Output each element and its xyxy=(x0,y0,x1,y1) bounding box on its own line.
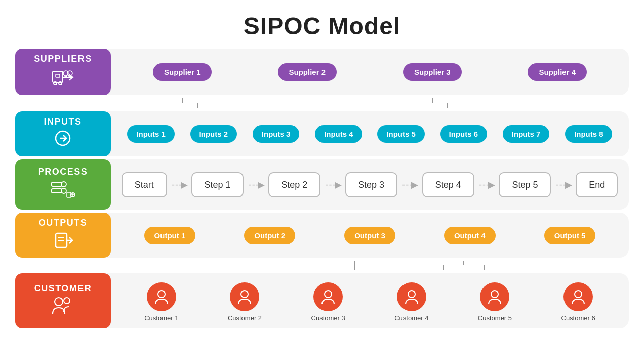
customer-avatar-5 xyxy=(480,282,509,311)
customer-title: CUSTOMER xyxy=(34,283,92,294)
customer-avatar-1 xyxy=(147,282,176,311)
suppliers-title: SUPPLIERS xyxy=(34,54,92,64)
customer-item-5: Customer 5 xyxy=(478,282,512,322)
process-icon xyxy=(50,179,76,202)
supplier-2: Supplier 2 xyxy=(278,63,337,81)
customer-avatar-3 xyxy=(313,282,343,311)
inputs-label: INPUTS xyxy=(15,111,111,156)
process-step1: Step 1 xyxy=(191,172,244,197)
svg-rect-1 xyxy=(56,74,60,77)
suppliers-content: Supplier 1 Supplier 2 Supplier 3 Supplie… xyxy=(111,58,629,86)
supplier-input-connector xyxy=(111,98,629,108)
customer-avatar-2 xyxy=(230,282,259,311)
svg-point-22 xyxy=(325,291,332,298)
suppliers-label: SUPPLIERS xyxy=(15,49,111,95)
svg-point-23 xyxy=(408,291,415,298)
customer-name-2: Customer 2 xyxy=(228,314,262,322)
suppliers-icon xyxy=(51,66,75,90)
process-step3: Step 3 xyxy=(345,172,397,197)
process-row: PROCESS Start - - -▶ Step 1 - - -▶ xyxy=(15,159,629,210)
svg-point-20 xyxy=(158,291,165,298)
svg-point-24 xyxy=(491,291,498,298)
input-2: Inputs 2 xyxy=(190,125,237,143)
process-step2: Step 2 xyxy=(268,172,320,197)
customer-item-2: Customer 2 xyxy=(228,282,262,322)
input-7: Inputs 7 xyxy=(503,125,550,143)
svg-point-25 xyxy=(575,291,582,298)
output-3: Output 3 xyxy=(344,227,395,244)
svg-point-18 xyxy=(55,298,63,306)
input-3: Inputs 3 xyxy=(253,125,300,143)
customer-item-1: Customer 1 xyxy=(144,282,178,322)
process-step4: Step 4 xyxy=(422,172,474,197)
outputs-title: OUTPUTS xyxy=(39,218,88,228)
output-1: Output 1 xyxy=(144,227,196,244)
customer-name-6: Customer 6 xyxy=(561,314,595,322)
customer-item-3: Customer 3 xyxy=(311,282,345,322)
svg-rect-8 xyxy=(52,189,62,193)
customer-name-4: Customer 4 xyxy=(394,314,428,322)
svg-rect-0 xyxy=(53,71,63,82)
customer-item-6: Customer 6 xyxy=(561,282,595,322)
input-6: Inputs 6 xyxy=(440,125,488,143)
arrow-3: - - -▶ xyxy=(326,179,341,190)
outputs-label: OUTPUTS xyxy=(15,213,111,258)
arrow-2: - - -▶ xyxy=(249,179,264,190)
input-4: Inputs 4 xyxy=(315,125,362,143)
svg-point-2 xyxy=(54,82,57,85)
process-label: PROCESS xyxy=(15,159,111,210)
output-5: Output 5 xyxy=(544,227,596,244)
svg-point-3 xyxy=(59,82,62,85)
svg-rect-7 xyxy=(52,182,62,186)
inputs-icon xyxy=(52,129,74,151)
svg-point-19 xyxy=(64,298,70,304)
customer-label: CUSTOMER xyxy=(15,273,111,328)
supplier-1: Supplier 1 xyxy=(153,63,212,81)
arrow-1: - - -▶ xyxy=(172,179,187,190)
arrow-6: - - -▶ xyxy=(556,179,571,190)
customer-icon xyxy=(50,296,76,318)
output-4: Output 4 xyxy=(444,227,496,244)
supplier-4: Supplier 4 xyxy=(528,63,587,81)
process-content: Start - - -▶ Step 1 - - -▶ Step 2 - - -▶… xyxy=(111,167,629,202)
customer-content: Customer 1 Customer 2 Cu xyxy=(111,277,629,325)
process-step5: Step 5 xyxy=(499,172,551,197)
output-2: Output 2 xyxy=(244,227,295,244)
process-title: PROCESS xyxy=(38,167,88,177)
output-customer-connector xyxy=(111,261,629,270)
inputs-content: Inputs 1 Inputs 2 Inputs 3 Inputs 4 Inpu… xyxy=(111,120,629,148)
input-8: Inputs 8 xyxy=(565,125,612,143)
customer-name-3: Customer 3 xyxy=(311,314,345,322)
customer-avatar-4 xyxy=(397,282,426,311)
arrow-4: - - -▶ xyxy=(402,179,417,190)
customer-name-5: Customer 5 xyxy=(478,314,512,322)
svg-point-21 xyxy=(241,291,248,298)
input-5: Inputs 5 xyxy=(377,125,425,143)
customer-avatar-6 xyxy=(564,282,593,311)
svg-rect-14 xyxy=(67,192,71,197)
suppliers-row: SUPPLIERS Supplier 1 Supplier 2 xyxy=(15,49,629,95)
inputs-row: INPUTS Inputs 1 Inputs 2 Inputs 3 Inputs… xyxy=(15,111,629,156)
sipoc-diagram: SUPPLIERS Supplier 1 Supplier 2 xyxy=(15,49,629,328)
outputs-row: OUTPUTS Output 1 Output 2 Output 3 Outpu… xyxy=(15,213,629,258)
page-title: SIPOC Model xyxy=(244,12,400,40)
outputs-content: Output 1 Output 2 Output 3 Output 4 Outp… xyxy=(111,222,629,249)
customer-row: CUSTOMER Customer 1 xyxy=(15,273,629,328)
customer-item-4: Customer 4 xyxy=(394,282,428,322)
arrow-5: - - -▶ xyxy=(479,179,494,190)
supplier-3: Supplier 3 xyxy=(403,63,462,81)
inputs-title: INPUTS xyxy=(44,117,82,127)
process-end: End xyxy=(576,172,618,197)
process-start: Start xyxy=(122,172,167,197)
outputs-icon xyxy=(52,230,74,253)
input-1: Inputs 1 xyxy=(127,125,175,143)
customer-name-1: Customer 1 xyxy=(144,314,178,322)
